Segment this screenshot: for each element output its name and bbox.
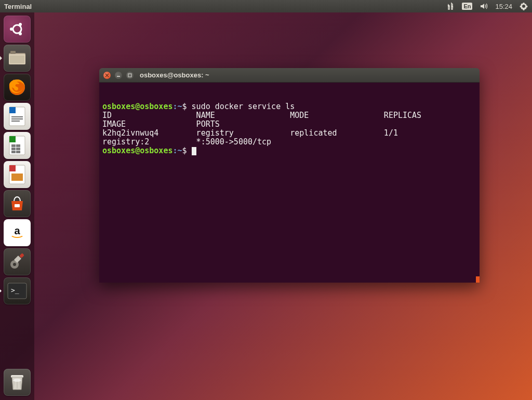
- impress-icon: [8, 164, 26, 185]
- close-icon: [105, 73, 109, 77]
- launcher-trash[interactable]: [4, 369, 31, 396]
- launcher-firefox[interactable]: [4, 74, 31, 101]
- shopping-bag-icon: [8, 195, 26, 212]
- launcher-terminal[interactable]: >_: [4, 277, 31, 304]
- svg-rect-21: [16, 151, 20, 153]
- unity-launcher: a >_: [0, 12, 34, 400]
- window-title: osboxes@osboxes: ~: [140, 71, 209, 79]
- svg-rect-18: [11, 148, 16, 150]
- launcher-software[interactable]: [4, 190, 31, 217]
- svg-rect-29: [19, 253, 24, 258]
- trash-icon: [9, 373, 25, 392]
- svg-point-3: [19, 32, 22, 35]
- svg-text:>_: >_: [11, 286, 19, 294]
- ubuntu-logo-icon: [8, 20, 26, 38]
- sound-indicator-icon[interactable]: [480, 2, 488, 10]
- launcher-writer[interactable]: [4, 103, 31, 130]
- terminal-window[interactable]: osboxes@osboxes: ~ osboxes@osboxes:~$ su…: [99, 68, 480, 283]
- top-menu-bar: Terminal En 15:24: [0, 0, 532, 12]
- svg-point-28: [13, 263, 16, 266]
- calc-icon: [8, 135, 26, 156]
- svg-text:a: a: [14, 225, 20, 236]
- window-maximize-button[interactable]: [126, 72, 134, 79]
- svg-rect-35: [128, 74, 131, 77]
- svg-rect-15: [9, 136, 16, 142]
- svg-point-33: [13, 379, 21, 382]
- file-manager-icon: [8, 50, 26, 66]
- svg-rect-19: [16, 148, 20, 150]
- svg-rect-17: [16, 144, 20, 147]
- terminal-output[interactable]: osboxes@osboxes:~$ sudo docker service l…: [99, 83, 480, 283]
- svg-rect-34: [117, 76, 120, 77]
- gear-wrench-icon: [8, 252, 26, 271]
- svg-rect-20: [11, 151, 16, 153]
- network-indicator-icon[interactable]: [446, 2, 455, 10]
- active-app-title: Terminal: [4, 3, 32, 10]
- amazon-icon: a: [8, 224, 26, 242]
- svg-point-1: [10, 28, 13, 31]
- launcher-dash[interactable]: [4, 16, 31, 43]
- launcher-files[interactable]: [4, 45, 31, 72]
- launcher-calc[interactable]: [4, 132, 31, 159]
- clock[interactable]: 15:24: [495, 3, 512, 10]
- minimize-icon: [116, 73, 121, 77]
- svg-rect-25: [15, 204, 20, 207]
- scrollbar-thumb[interactable]: [476, 276, 480, 283]
- writer-icon: [8, 106, 26, 127]
- window-close-button[interactable]: [103, 72, 111, 79]
- window-minimize-button[interactable]: [115, 72, 122, 79]
- maximize-icon: [128, 73, 132, 77]
- svg-rect-6: [10, 51, 16, 54]
- svg-rect-23: [9, 165, 16, 171]
- firefox-icon: [7, 77, 27, 97]
- svg-point-2: [19, 23, 22, 26]
- launcher-settings[interactable]: [4, 248, 31, 275]
- svg-rect-16: [11, 144, 16, 147]
- svg-rect-7: [10, 56, 24, 63]
- launcher-amazon[interactable]: a: [4, 219, 31, 246]
- svg-point-0: [13, 25, 21, 33]
- keyboard-layout-indicator[interactable]: En: [462, 3, 472, 10]
- svg-rect-12: [11, 118, 23, 119]
- terminal-icon: >_: [7, 282, 28, 300]
- window-titlebar[interactable]: osboxes@osboxes: ~: [99, 68, 480, 83]
- svg-rect-11: [11, 116, 23, 117]
- svg-rect-13: [11, 121, 20, 122]
- keyboard-layout-label: En: [462, 3, 472, 10]
- launcher-impress[interactable]: [4, 161, 31, 188]
- svg-rect-10: [9, 107, 16, 113]
- system-menu-icon[interactable]: [520, 2, 528, 10]
- svg-rect-24: [11, 174, 23, 181]
